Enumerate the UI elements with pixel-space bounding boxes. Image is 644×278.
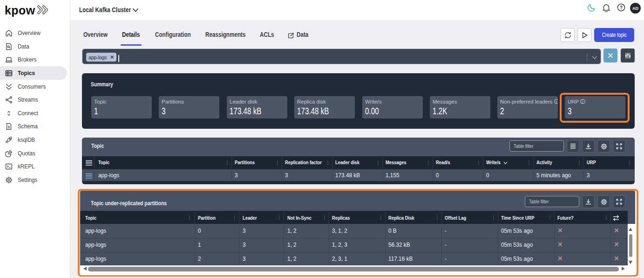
svg-text:kpow: kpow xyxy=(5,4,35,17)
svg-text:?: ? xyxy=(620,5,623,10)
